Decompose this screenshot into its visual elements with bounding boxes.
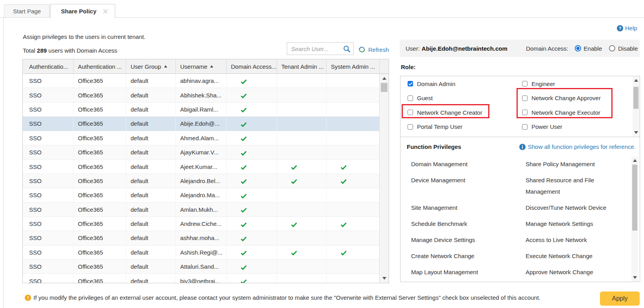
privileges-scrollbar-thumb[interactable] [632, 165, 637, 231]
table-row[interactable]: SSO Office365 default abhinav.agra... [23, 74, 389, 88]
tab-share-policy[interactable]: Share Policy [50, 4, 115, 18]
role-label: Role: [401, 64, 416, 70]
table-row[interactable]: SSO Office365 default Abije.Edoh@... [23, 117, 389, 131]
scroll-down-icon[interactable] [380, 275, 389, 282]
tab-bar: Start Page Share Policy [0, 4, 644, 18]
role-checkbox-label: Network Change Approver [531, 95, 601, 101]
role-item[interactable]: Guest [408, 91, 482, 106]
warning-icon [25, 295, 31, 301]
cell-username: Alejandro.Bel... [176, 174, 227, 188]
tab-start-page[interactable]: Start Page [4, 4, 50, 17]
cell-tenant-admin [277, 131, 327, 145]
role-scrollbar[interactable] [633, 77, 639, 136]
role-checkbox[interactable] [522, 110, 528, 115]
show-all-privileges-link[interactable]: Show all function privileges for referen… [519, 143, 636, 150]
role-checkbox-label: Portal Temp User [417, 123, 463, 130]
scroll-up-icon[interactable] [380, 75, 389, 82]
cell-username: Ashish.Regi@... [176, 246, 227, 259]
column-header[interactable]: System Admin ... [327, 59, 380, 73]
help-link[interactable]: ? Help [617, 25, 637, 31]
cell-system-admin [327, 246, 380, 259]
role-checkbox[interactable] [408, 124, 413, 130]
role-checkbox[interactable] [522, 124, 528, 130]
apply-button[interactable]: Apply [600, 292, 640, 306]
privilege-right: Access to Live Network [526, 234, 614, 246]
check-icon [241, 250, 247, 255]
role-item[interactable]: Portal Temp User [408, 120, 482, 134]
check-icon [241, 164, 247, 169]
cell-domain-access [227, 231, 277, 245]
cell-auth-type: SSO [23, 246, 74, 259]
search-icon[interactable] [343, 45, 351, 53]
column-header[interactable]: Username [176, 59, 227, 73]
privileges-scrollbar[interactable] [631, 157, 638, 281]
cell-username: ashhar.moha... [176, 231, 227, 245]
cell-auth-server: Office365 [74, 145, 126, 159]
scroll-up-icon[interactable] [631, 157, 638, 164]
role-item[interactable]: Network Change Creator [408, 105, 482, 120]
table-scrollbar[interactable] [379, 74, 389, 283]
refresh-label: Refresh [368, 46, 389, 53]
close-tab-icon[interactable] [102, 8, 109, 15]
role-item[interactable]: Power User [522, 120, 601, 134]
check-icon [241, 136, 247, 140]
privilege-left: Create Network Change [411, 250, 526, 262]
table-row[interactable]: SSO Office365 default biv3@netbrai... [23, 274, 389, 283]
privilege-left: Schedule Benchmark [411, 218, 526, 229]
column-header[interactable]: Authenticatio... [23, 59, 74, 73]
table-scrollbar-thumb[interactable] [381, 83, 388, 92]
cell-tenant-admin [277, 231, 327, 245]
role-item[interactable]: Network Change Executor [522, 105, 601, 120]
cell-user-group: default [126, 174, 176, 188]
domain-access-label: Domain Access: [526, 45, 568, 52]
role-item[interactable]: Network Change Approver [522, 91, 601, 106]
column-header[interactable]: Domain Access... [227, 59, 277, 73]
role-box: Domain Admin Guest Network Change Creato… [400, 76, 640, 137]
role-scrollbar-thumb[interactable] [633, 87, 638, 109]
role-checkbox[interactable] [408, 110, 413, 115]
role-item[interactable]: Domain Admin [408, 77, 482, 91]
table-row[interactable]: SSO Office365 default Alejandro.Ma... [23, 188, 389, 202]
cell-system-admin [327, 174, 380, 188]
table-row[interactable]: SSO Office365 default Andrew.Ciche... [23, 217, 389, 231]
cell-auth-server: Office365 [74, 231, 126, 245]
table-row[interactable]: SSO Office365 default ashhar.moha... [23, 231, 389, 245]
disable-radio[interactable] [609, 45, 615, 51]
table-row[interactable]: SSO Office365 default AjayKumar.V... [23, 145, 389, 160]
role-checkbox-label: Engineer [531, 81, 555, 87]
column-header[interactable]: Authentication ... [74, 59, 126, 73]
cell-domain-access [227, 74, 277, 88]
search-user-input[interactable] [287, 43, 343, 55]
role-checkbox[interactable] [522, 95, 528, 101]
table-row[interactable]: SSO Office365 default Ahmed.Alam... [23, 131, 389, 145]
check-icon [241, 236, 247, 240]
role-checkbox-label: Power User [531, 123, 562, 130]
cell-username: Ajeet.Kumar... [176, 160, 227, 173]
cell-user-group: default [126, 274, 176, 283]
table-row[interactable]: SSO Office365 default Abigail.Raml... [23, 103, 389, 117]
table-row[interactable]: SSO Office365 default Amlan.Mukh... [23, 203, 389, 217]
column-header[interactable]: Tenant Admin ... [277, 59, 327, 73]
scroll-up-icon[interactable] [633, 77, 639, 84]
role-checkbox[interactable] [408, 81, 413, 86]
role-item[interactable]: Engineer [522, 77, 601, 91]
role-checkbox[interactable] [522, 81, 528, 86]
cell-username: AjayKumar.V... [176, 145, 227, 159]
scroll-down-icon[interactable] [633, 129, 639, 136]
help-label: Help [625, 25, 637, 31]
column-header[interactable]: User Group [126, 59, 176, 73]
check-icon [241, 93, 247, 97]
footer-warning: If you modify the privileges of an exter… [25, 294, 541, 301]
table-row[interactable]: SSO Office365 default Alejandro.Bel... [23, 174, 389, 188]
privilege-left: Site Management [411, 202, 526, 213]
table-row[interactable]: SSO Office365 default Abhishek.Sha... [23, 88, 389, 102]
cell-user-group: default [126, 231, 176, 245]
cell-username: Alejandro.Ma... [176, 188, 227, 202]
enable-radio[interactable] [575, 45, 581, 51]
table-row[interactable]: SSO Office365 default Ashish.Regi@... [23, 246, 389, 260]
scroll-down-icon[interactable] [631, 274, 638, 281]
refresh-button[interactable]: Refresh [358, 46, 389, 53]
table-row[interactable]: SSO Office365 default Attaluri.Sand... [23, 260, 389, 274]
table-row[interactable]: SSO Office365 default Ajeet.Kumar... [23, 160, 389, 174]
role-checkbox[interactable] [408, 95, 413, 101]
